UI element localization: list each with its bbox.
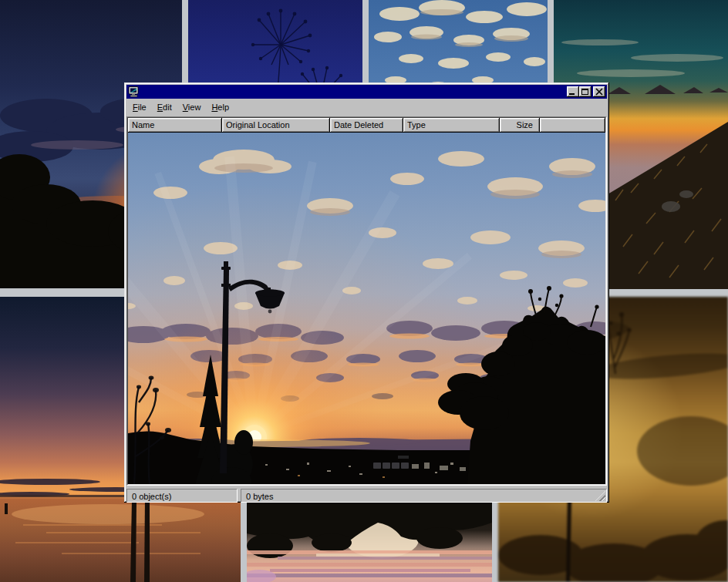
maximize-icon [581, 89, 588, 95]
title-bar[interactable] [126, 85, 607, 99]
sunset-lamp-photo [128, 133, 605, 484]
bg-photo-ripple-reflection-art [247, 503, 492, 582]
status-total-size: 0 bytes [241, 489, 607, 503]
menu-edit[interactable]: Edit [152, 100, 177, 115]
list-view[interactable]: Name Original Location Date Deleted Type… [126, 116, 607, 486]
minimize-button[interactable] [567, 86, 579, 97]
computer-icon[interactable] [128, 86, 140, 97]
list-viewport-sunset-photo[interactable] [128, 133, 605, 484]
minimize-icon [569, 93, 575, 95]
menu-view[interactable]: View [177, 100, 207, 115]
column-header-size[interactable]: Size [500, 118, 540, 133]
close-icon [595, 88, 604, 96]
status-object-count: 0 object(s) [126, 489, 238, 503]
status-bar: 0 object(s) 0 bytes [126, 486, 607, 503]
column-header-original-location[interactable]: Original Location [222, 118, 330, 133]
list-view-inner: Name Original Location Date Deleted Type… [127, 117, 606, 485]
column-header-date-deleted[interactable]: Date Deleted [330, 118, 403, 133]
column-header-row: Name Original Location Date Deleted Type… [128, 118, 605, 133]
menu-file[interactable]: File [127, 100, 152, 115]
recycle-bin-window: File Edit View Help Name Original Locati… [124, 82, 609, 503]
column-header-blank[interactable] [540, 118, 605, 133]
maximize-button[interactable] [579, 86, 592, 97]
menu-help[interactable]: Help [206, 100, 234, 115]
column-header-type[interactable]: Type [403, 118, 500, 133]
close-button[interactable] [593, 86, 605, 97]
bg-photo-ripple-reflection [247, 503, 492, 582]
menu-bar: File Edit View Help [126, 99, 607, 116]
column-header-name[interactable]: Name [128, 118, 222, 133]
